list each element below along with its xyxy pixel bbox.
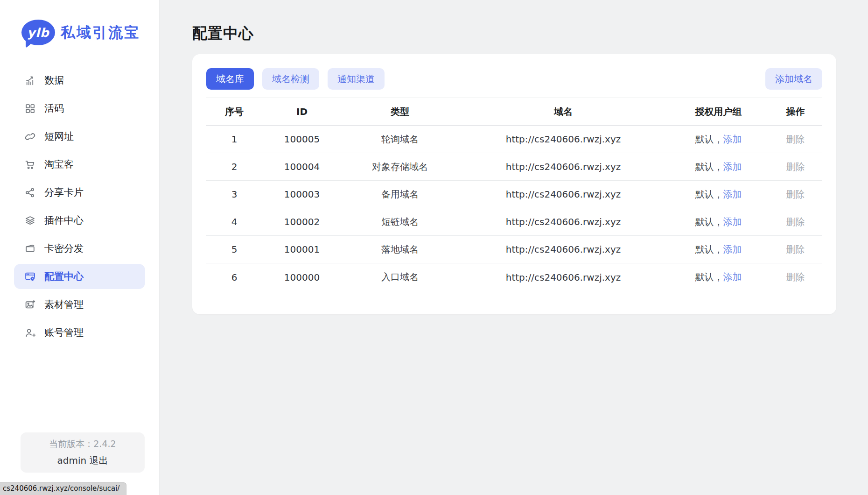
delete-link[interactable]: 删除 xyxy=(786,271,805,283)
wallet-icon xyxy=(24,243,36,255)
group-add-link[interactable]: 添加 xyxy=(723,161,742,172)
cell-type: 备用域名 xyxy=(342,188,458,201)
version-box: 当前版本：2.4.2 admin 退出 xyxy=(21,432,145,473)
sidebar-item-sharecard[interactable]: 分享卡片 xyxy=(14,180,145,205)
sidebar-item-label: 账号管理 xyxy=(44,326,84,339)
sidebar-item-plugins[interactable]: 插件中心 xyxy=(14,208,145,233)
brand: ylb 私域引流宝 xyxy=(21,20,159,45)
sidebar-item-label: 短网址 xyxy=(44,130,74,143)
sidebar-item-label: 分享卡片 xyxy=(44,186,84,199)
delete-link[interactable]: 删除 xyxy=(786,161,805,172)
main-content: 配置中心 域名库 域名检测 通知渠道 添加域名 序号 ID 类型 域名 授权用户… xyxy=(160,0,868,314)
cell-id: 100000 xyxy=(262,272,342,283)
page-title: 配置中心 xyxy=(192,23,836,44)
cell-id: 100001 xyxy=(262,244,342,255)
tab-notify-channel[interactable]: 通知渠道 xyxy=(328,68,385,90)
config-card: 域名库 域名检测 通知渠道 添加域名 序号 ID 类型 域名 授权用户组 操作 … xyxy=(192,54,836,314)
sidebar-item-data[interactable]: 数据 xyxy=(14,68,145,93)
logout-link[interactable]: 退出 xyxy=(90,455,108,466)
cell-domain: http://cs240606.rwzj.xyz xyxy=(458,216,668,227)
group-add-link[interactable]: 添加 xyxy=(723,189,742,200)
window-gear-icon xyxy=(24,271,36,283)
col-header-action: 操作 xyxy=(769,106,822,118)
cell-id: 100002 xyxy=(262,216,342,227)
col-header-type: 类型 xyxy=(342,106,458,118)
group-add-link[interactable]: 添加 xyxy=(723,271,742,283)
cell-domain: http://cs240606.rwzj.xyz xyxy=(458,189,668,200)
version-label: 当前版本：2.4.2 xyxy=(49,438,116,450)
status-url-bar: cs240606.rwzj.xyz/console/sucai/ xyxy=(0,482,126,495)
cell-id: 100003 xyxy=(262,189,342,200)
cell-domain: http://cs240606.rwzj.xyz xyxy=(458,161,668,172)
cell-type: 轮询域名 xyxy=(342,133,458,146)
sidebar-item-config[interactable]: 配置中心 xyxy=(14,264,145,289)
table-row: 6 100000 入口域名 http://cs240606.rwzj.xyz 默… xyxy=(206,263,822,291)
logo-text: ylb xyxy=(27,26,49,40)
group-default: 默认， xyxy=(695,189,723,200)
cell-action: 删除 xyxy=(769,216,822,228)
sidebar-item-label: 活码 xyxy=(44,102,64,115)
cell-action: 删除 xyxy=(769,188,822,201)
cell-id: 100004 xyxy=(262,161,342,172)
delete-link[interactable]: 删除 xyxy=(786,134,805,145)
sidebar-item-taobaoke[interactable]: 淘宝客 xyxy=(14,152,145,177)
cell-action: 删除 xyxy=(769,271,822,283)
col-header-id: ID xyxy=(262,106,342,117)
sidebar-item-cardkey[interactable]: 卡密分发 xyxy=(14,236,145,261)
cell-group: 默认，添加 xyxy=(668,216,769,228)
sidebar-item-label: 卡密分发 xyxy=(44,242,84,255)
cell-index: 1 xyxy=(206,134,262,145)
account-line: admin 退出 xyxy=(57,454,108,467)
cell-type: 入口域名 xyxy=(342,271,458,283)
qr-grid-icon xyxy=(24,103,36,114)
tabs-row: 域名库 域名检测 通知渠道 添加域名 xyxy=(206,68,822,90)
cell-group: 默认，添加 xyxy=(668,243,769,256)
share-icon xyxy=(24,187,36,198)
group-default: 默认， xyxy=(695,244,723,255)
sidebar-nav: 数据 活码 短网址 淘宝客 xyxy=(0,68,159,345)
account-name: admin xyxy=(57,455,86,466)
cell-type: 对象存储域名 xyxy=(342,161,458,173)
cell-action: 删除 xyxy=(769,161,822,173)
table-row: 1 100005 轮询域名 http://cs240606.rwzj.xyz 默… xyxy=(206,126,822,153)
sidebar-item-account[interactable]: 账号管理 xyxy=(14,320,145,345)
cell-id: 100005 xyxy=(262,134,342,145)
cell-group: 默认，添加 xyxy=(668,188,769,201)
cell-type: 短链域名 xyxy=(342,216,458,228)
sidebar-item-livecode[interactable]: 活码 xyxy=(14,96,145,121)
tab-domain-check[interactable]: 域名检测 xyxy=(262,68,319,90)
col-header-group: 授权用户组 xyxy=(668,106,769,118)
user-plus-icon xyxy=(24,327,36,339)
sidebar-item-label: 淘宝客 xyxy=(44,158,74,171)
table-header: 序号 ID 类型 域名 授权用户组 操作 xyxy=(206,98,822,126)
group-add-link[interactable]: 添加 xyxy=(723,134,742,145)
tab-domain-library[interactable]: 域名库 xyxy=(206,68,254,90)
sidebar-item-shorturl[interactable]: 短网址 xyxy=(14,124,145,149)
cell-action: 删除 xyxy=(769,243,822,256)
cell-index: 4 xyxy=(206,216,262,227)
delete-link[interactable]: 删除 xyxy=(786,244,805,255)
sidebar-item-label: 素材管理 xyxy=(44,298,84,311)
sidebar-item-label: 配置中心 xyxy=(44,270,84,283)
group-add-link[interactable]: 添加 xyxy=(723,244,742,255)
sidebar-item-label: 数据 xyxy=(44,74,64,87)
cell-domain: http://cs240606.rwzj.xyz xyxy=(458,134,668,145)
sidebar-item-material[interactable]: 素材管理 xyxy=(14,292,145,317)
group-default: 默认， xyxy=(695,161,723,172)
group-default: 默认， xyxy=(695,271,723,283)
delete-link[interactable]: 删除 xyxy=(786,216,805,227)
delete-link[interactable]: 删除 xyxy=(786,189,805,200)
cell-group: 默认，添加 xyxy=(668,161,769,173)
cell-index: 3 xyxy=(206,189,262,200)
layers-icon xyxy=(24,215,36,226)
group-default: 默认， xyxy=(695,216,723,227)
link-icon xyxy=(24,131,36,142)
group-add-link[interactable]: 添加 xyxy=(723,216,742,227)
cell-group: 默认，添加 xyxy=(668,133,769,146)
col-header-domain: 域名 xyxy=(458,106,668,118)
table-row: 5 100001 落地域名 http://cs240606.rwzj.xyz 默… xyxy=(206,236,822,263)
cell-index: 2 xyxy=(206,161,262,172)
chart-icon xyxy=(24,75,36,86)
cell-action: 删除 xyxy=(769,133,822,146)
add-domain-button[interactable]: 添加域名 xyxy=(765,68,822,90)
